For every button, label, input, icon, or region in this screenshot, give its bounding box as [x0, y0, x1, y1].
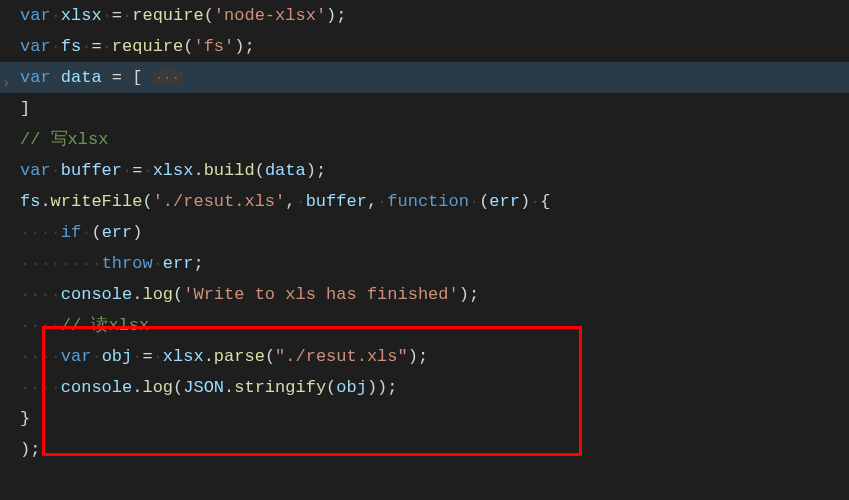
string: 'Write to xls has finished' [183, 285, 458, 304]
fold-indicator[interactable]: ··· [153, 70, 182, 86]
whitespace: · [51, 161, 61, 180]
code-line[interactable]: var·xlsx·=·require('node-xlsx'); [0, 0, 849, 31]
operator: = [142, 347, 152, 366]
code-line[interactable]: ····console.log(JSON.stringify(obj)); [0, 372, 849, 403]
punctuation: } [20, 409, 30, 428]
punctuation: ) [132, 223, 142, 242]
punctuation: . [204, 347, 214, 366]
punctuation: ( [142, 192, 152, 211]
code-line[interactable]: ····console.log('Write to xls has finish… [0, 279, 849, 310]
whitespace: · [122, 6, 132, 25]
whitespace: · [153, 347, 163, 366]
variable: err [102, 223, 133, 242]
whitespace: · [51, 68, 61, 87]
punctuation: ( [91, 223, 101, 242]
code-line[interactable]: ····if·(err) [0, 217, 849, 248]
variable: xlsx [153, 161, 194, 180]
punctuation: ( [173, 285, 183, 304]
punctuation: . [193, 161, 203, 180]
punctuation: ); [408, 347, 428, 366]
code-line[interactable]: } [0, 403, 849, 434]
punctuation: . [132, 285, 142, 304]
comment: // 读xlsx [61, 316, 149, 335]
keyword: var [20, 161, 51, 180]
function-call: log [142, 378, 173, 397]
punctuation: . [40, 192, 50, 211]
whitespace: · [132, 347, 142, 366]
function-call: writeFile [51, 192, 143, 211]
comment: // 写xlsx [20, 130, 108, 149]
punctuation: . [132, 378, 142, 397]
code-line[interactable]: ········throw·err; [0, 248, 849, 279]
keyword: if [61, 223, 81, 242]
whitespace: ···· [20, 223, 61, 242]
function-call: require [112, 37, 183, 56]
whitespace: · [530, 192, 540, 211]
whitespace: · [91, 347, 101, 366]
string: './resut.xls' [153, 192, 286, 211]
code-line[interactable]: ····var·obj·=·xlsx.parse("./resut.xls"); [0, 341, 849, 372]
code-editor[interactable]: var·xlsx·=·require('node-xlsx'); var·fs·… [0, 0, 849, 465]
code-line[interactable]: // 写xlsx [0, 124, 849, 155]
punctuation: ); [234, 37, 254, 56]
variable: xlsx [61, 6, 102, 25]
whitespace: ···· [20, 378, 61, 397]
operator: = [91, 37, 101, 56]
variable: console [61, 285, 132, 304]
variable: data [61, 68, 102, 87]
whitespace: · [377, 192, 387, 211]
variable: console [61, 378, 132, 397]
function-call: build [204, 161, 255, 180]
keyword: throw [102, 254, 153, 273]
punctuation: { [540, 192, 550, 211]
punctuation: ); [459, 285, 479, 304]
punctuation: ( [265, 347, 275, 366]
punctuation: [ [132, 68, 142, 87]
variable: xlsx [163, 347, 204, 366]
function-call: stringify [234, 378, 326, 397]
variable: buffer [306, 192, 367, 211]
punctuation: ( [479, 192, 489, 211]
whitespace: ········ [20, 254, 102, 273]
keyword: var [61, 347, 92, 366]
whitespace: · [102, 68, 112, 87]
punctuation: ); [326, 6, 346, 25]
whitespace: · [142, 161, 152, 180]
variable: fs [61, 37, 81, 56]
operator: = [112, 68, 122, 87]
code-line[interactable]: ); [0, 434, 849, 465]
whitespace: ···· [20, 347, 61, 366]
keyword: var [20, 68, 51, 87]
function-call: parse [214, 347, 265, 366]
punctuation: ; [193, 254, 203, 273]
whitespace: ···· [20, 316, 61, 335]
whitespace: · [295, 192, 305, 211]
punctuation: , [367, 192, 377, 211]
code-line[interactable]: ····// 读xlsx [0, 310, 849, 341]
code-line[interactable]: ] [0, 93, 849, 124]
variable: err [163, 254, 194, 273]
variable: fs [20, 192, 40, 211]
whitespace: · [153, 254, 163, 273]
whitespace: ···· [20, 285, 61, 304]
code-line[interactable]: var·fs·=·require('fs'); [0, 31, 849, 62]
code-line[interactable]: fs.writeFile('./resut.xls',·buffer,·func… [0, 186, 849, 217]
keyword: var [20, 37, 51, 56]
variable: obj [336, 378, 367, 397]
whitespace: · [51, 6, 61, 25]
punctuation: ] [20, 99, 30, 118]
punctuation: ( [204, 6, 214, 25]
whitespace: · [122, 68, 132, 87]
whitespace: · [81, 37, 91, 56]
whitespace: · [51, 37, 61, 56]
punctuation: ( [255, 161, 265, 180]
variable: data [265, 161, 306, 180]
operator: = [112, 6, 122, 25]
keyword: function [387, 192, 469, 211]
operator: = [132, 161, 142, 180]
code-line[interactable]: var·buffer·=·xlsx.build(data); [0, 155, 849, 186]
punctuation: ); [306, 161, 326, 180]
code-line-folded[interactable]: ›var·data·=·[ ··· [0, 62, 849, 93]
punctuation: ( [173, 378, 183, 397]
punctuation: ); [20, 440, 40, 459]
